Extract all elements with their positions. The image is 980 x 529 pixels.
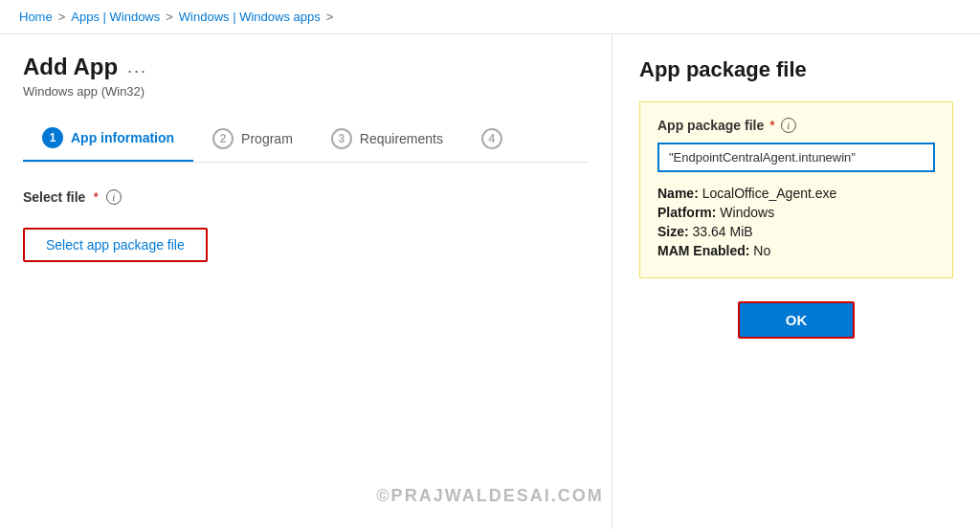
info-box-label-row: App package file * i [657, 118, 935, 133]
left-panel: Add App ... Windows app (Win32) 1 App in… [0, 34, 612, 529]
tab-label-1: App information [71, 130, 174, 145]
ok-btn-row: OK [639, 301, 953, 339]
select-file-section: Select file * i [23, 189, 589, 205]
info-box-info-icon[interactable]: i [781, 118, 796, 133]
file-input-display: "EndpointCentralAgent.intunewin" [657, 143, 935, 172]
tab-app-information[interactable]: 1 App information [23, 118, 193, 162]
ellipsis-button[interactable]: ... [127, 57, 147, 77]
tab-program[interactable]: 2 Program [193, 119, 312, 161]
breadcrumb: Home > Apps | Windows > Windows | Window… [0, 0, 980, 34]
info-box-label: App package file [657, 118, 764, 133]
breadcrumb-home[interactable]: Home [19, 10, 53, 24]
panel-title: App package file [639, 57, 953, 82]
tab-step-circle-2: 2 [212, 128, 234, 149]
ok-button[interactable]: OK [738, 301, 856, 339]
main-area: Add App ... Windows app (Win32) 1 App in… [0, 34, 980, 529]
info-box-required: * [769, 118, 774, 133]
breadcrumb-sep-3: > [326, 10, 334, 24]
right-panel: App package file App package file * i "E… [612, 34, 980, 529]
tab-label-3: Requirements [360, 131, 443, 146]
file-info-platform-value: Windows [720, 205, 774, 220]
breadcrumb-windows-apps[interactable]: Windows | Windows apps [179, 10, 321, 24]
file-info-name-key: Name: [657, 186, 699, 201]
breadcrumb-sep-1: > [58, 10, 66, 24]
file-info-platform-key: Platform: [657, 205, 716, 220]
tab-4[interactable]: 4 [462, 119, 522, 161]
tab-label-2: Program [241, 131, 293, 146]
file-info-mam-key: MAM Enabled: [657, 243, 749, 258]
page-subtitle: Windows app (Win32) [23, 84, 589, 99]
page-title: Add App [23, 54, 118, 80]
select-file-label: Select file [23, 189, 85, 205]
step-tabs: 1 App information 2 Program 3 Requiremen… [23, 118, 589, 163]
select-file-info-icon[interactable]: i [106, 189, 122, 205]
select-file-required: * [93, 189, 98, 205]
tab-step-circle-3: 3 [331, 128, 352, 149]
tab-requirements[interactable]: 3 Requirements [312, 119, 462, 161]
file-info-size-key: Size: [657, 224, 689, 239]
file-info-platform: Platform: Windows [657, 205, 935, 220]
file-info-name-value: LocalOffice_Agent.exe [702, 186, 837, 201]
tab-step-circle-4: 4 [481, 128, 502, 149]
breadcrumb-apps-windows[interactable]: Apps | Windows [71, 10, 160, 24]
file-info-mam-value: No [753, 243, 770, 258]
file-info-size-value: 33.64 MiB [693, 224, 753, 239]
tab-step-circle-1: 1 [42, 127, 63, 148]
breadcrumb-sep-2: > [166, 10, 173, 24]
file-info-size: Size: 33.64 MiB [657, 224, 935, 239]
file-info-mam: MAM Enabled: No [657, 243, 935, 258]
page-title-row: Add App ... [23, 54, 589, 80]
file-info-name: Name: LocalOffice_Agent.exe [657, 186, 935, 201]
app-package-info-box: App package file * i "EndpointCentralAge… [639, 101, 953, 278]
select-package-button[interactable]: Select app package file [23, 228, 208, 262]
